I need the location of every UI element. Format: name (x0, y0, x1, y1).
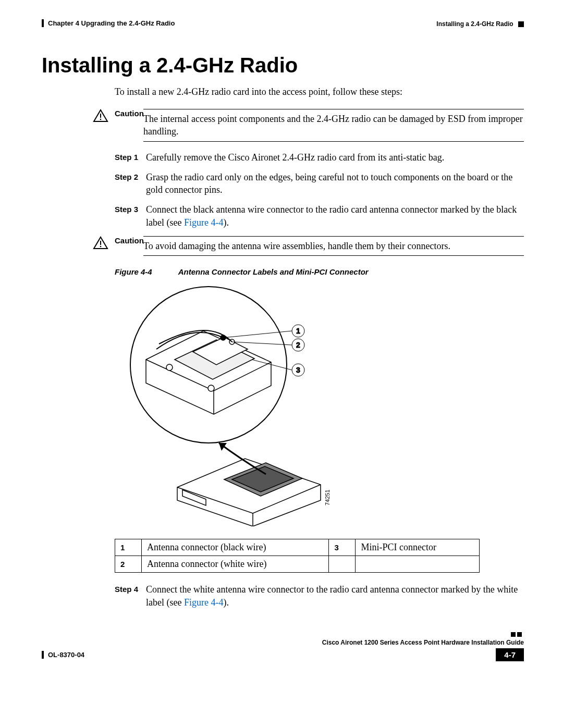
footer-page-number: 4-7 (496, 648, 524, 661)
step-label: Step 1 (115, 151, 146, 163)
svg-marker-20 (219, 443, 227, 451)
step-text: Connect the white antenna wire connector… (146, 583, 524, 609)
svg-text:74251: 74251 (324, 490, 331, 506)
callout-desc: Mini-PCI connector (356, 539, 480, 556)
step-text: Connect the black antenna wire connector… (146, 203, 524, 229)
header-chapter: Chapter 4 Upgrading the 2.4-GHz Radio (48, 19, 175, 27)
svg-point-8 (208, 385, 214, 391)
intro-text: To install a new 2.4-GHz radio card into… (115, 87, 524, 97)
figure-caption: Figure 4-4Antenna Connector Labels and M… (115, 267, 524, 276)
caution-icon (93, 109, 108, 122)
svg-point-2 (100, 119, 101, 120)
step-text: Grasp the radio card only on the edges, … (146, 171, 524, 196)
callout-table: 1 Antenna connector (black wire) 3 Mini-… (115, 539, 480, 573)
svg-point-5 (100, 246, 101, 248)
svg-point-7 (166, 364, 173, 371)
step-label: Step 2 (115, 171, 146, 182)
caution-text: The internal access point components and… (143, 109, 524, 142)
step-text: Carefully remove the Cisco Aironet 2.4-G… (146, 151, 524, 164)
svg-text:1: 1 (296, 327, 300, 335)
caution-label: Caution (115, 236, 143, 256)
figure-diagram: 1 2 3 (115, 281, 524, 528)
caution-icon (93, 236, 108, 250)
callout-num: 3 (329, 539, 356, 556)
footer-book-title: Cisco Aironet 1200 Series Access Point H… (42, 639, 524, 646)
header-section: Installing a 2.4-GHz Radio (436, 20, 513, 28)
step-label: Step 3 (115, 203, 146, 215)
callout-num: 2 (115, 556, 142, 573)
step-label: Step 4 (115, 583, 146, 595)
svg-text:2: 2 (296, 341, 300, 349)
caution-label: Caution (115, 109, 143, 142)
page-footer: Cisco Aironet 1200 Series Access Point H… (42, 630, 524, 661)
svg-text:3: 3 (296, 366, 300, 374)
section-marker-icon (518, 21, 524, 27)
page-header: Chapter 4 Upgrading the 2.4-GHz Radio In… (42, 18, 524, 28)
callout-desc: Antenna connector (white wire) (142, 556, 329, 573)
callout-num: 1 (115, 539, 142, 556)
figure-link[interactable]: Figure 4-4 (184, 597, 224, 608)
footer-doc-number: OL-8370-04 (48, 651, 84, 659)
page-title: Installing a 2.4-GHz Radio (42, 54, 524, 77)
callout-desc: Antenna connector (black wire) (142, 539, 329, 556)
figure-link[interactable]: Figure 4-4 (184, 217, 224, 228)
caution-text: To avoid damaging the antenna wire assem… (143, 236, 524, 256)
